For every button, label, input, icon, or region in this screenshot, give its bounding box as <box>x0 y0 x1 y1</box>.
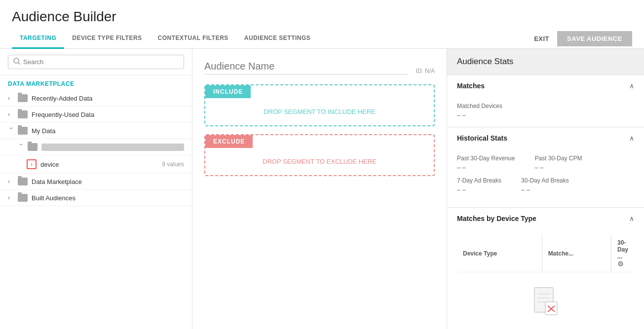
folder-icon <box>18 194 28 202</box>
matches-section-body: Matched Devices – – <box>447 97 644 127</box>
data-marketplace-label: DATA MARKETPLACE <box>0 75 192 90</box>
historical-stats-title: Historical Stats <box>457 134 507 142</box>
chevron-right-icon[interactable]: › <box>8 95 15 102</box>
folder-icon <box>18 127 28 135</box>
tree-item-values: 9 values <box>162 161 184 168</box>
matches-section-title: Matches <box>457 82 485 90</box>
exclude-drop-zone[interactable]: DROP SEGMENT TO EXCLUDE HERE <box>205 148 434 175</box>
past-30-revenue-label: Past 30-Day Revenue <box>457 155 515 162</box>
matches-section: Matches ∧ Matched Devices – – <box>447 75 644 127</box>
tabs-bar: TARGETING DEVICE TYPE FILTERS CONTEXTUAL… <box>0 29 644 49</box>
search-box-container <box>0 49 192 75</box>
past-30-cpm-item: Past 30-Day CPM – – <box>534 155 582 171</box>
search-input[interactable] <box>23 58 179 66</box>
audience-id-label: ID: <box>416 68 423 74</box>
tree-item-label: Data Marketplace <box>32 178 184 185</box>
save-audience-button[interactable]: SAVE AUDIENCE <box>557 31 632 46</box>
matched-devices-value: – – <box>457 111 634 119</box>
tree-item-label: device <box>40 161 162 168</box>
app-header: Audience Builder <box>0 0 644 29</box>
30-day-ad-breaks-item: 30-Day Ad Breaks – – <box>521 177 569 193</box>
tree-item-label: Recently-Added Data <box>32 95 184 102</box>
chevron-up-icon: ∧ <box>629 215 634 222</box>
no-data-icon <box>532 287 559 322</box>
gear-icon[interactable]: ⚙ <box>617 260 624 268</box>
col-header-matches: Matche... <box>542 235 611 272</box>
tab-audience-settings[interactable]: AUDIENCE SETTINGS <box>236 29 319 49</box>
30-day-ad-breaks-label: 30-Day Ad Breaks <box>521 177 569 184</box>
main-layout: DATA MARKETPLACE › Recently-Added Data ›… <box>0 49 644 329</box>
exit-button[interactable]: EXIT <box>526 31 557 46</box>
tree-item-label: Frequently-Used Data <box>32 111 184 118</box>
chevron-down-icon[interactable]: › <box>8 127 15 134</box>
audience-name-row: ID: N/A <box>204 59 435 74</box>
tree-item-label: My Data <box>32 127 184 135</box>
col-header-device-type: Device Type <box>457 235 542 272</box>
folder-icon <box>28 143 38 151</box>
past-30-cpm-value: – – <box>534 164 582 171</box>
matched-devices-item: Matched Devices – – <box>457 103 634 119</box>
historical-stats-section: Historical Stats ∧ Past 30-Day Revenue –… <box>447 127 644 208</box>
tree-list: › Recently-Added Data › Frequently-Used … <box>0 90 192 329</box>
device-type-section-header[interactable]: Matches by Device Type ∧ <box>447 208 644 229</box>
chevron-up-icon: ∧ <box>629 134 634 142</box>
audience-id: ID: N/A <box>416 68 435 74</box>
tab-targeting[interactable]: TARGETING <box>12 29 64 49</box>
past-30-revenue-value: – – <box>457 164 515 171</box>
device-type-section-body: Device Type Matche... 30-Day ... ⚙ <box>447 229 644 329</box>
audience-id-value: N/A <box>425 68 435 74</box>
exclude-box: EXCLUDE DROP SEGMENT TO EXCLUDE HERE <box>204 134 435 176</box>
exclude-label: EXCLUDE <box>205 135 253 148</box>
7-day-ad-breaks-item: 7-Day Ad Breaks – – <box>457 177 501 193</box>
right-panel: Audience Stats Matches ∧ Matched Devices… <box>447 49 644 329</box>
matches-section-header[interactable]: Matches ∧ <box>447 75 644 97</box>
left-panel: DATA MARKETPLACE › Recently-Added Data ›… <box>0 49 192 329</box>
list-item[interactable]: › Frequently-Used Data <box>0 107 192 123</box>
7-day-ad-breaks-value: – – <box>457 186 501 193</box>
audience-name-input[interactable] <box>204 59 408 74</box>
chevron-up-icon: ∧ <box>629 82 634 90</box>
stats-row-2: 7-Day Ad Breaks – – 30-Day Ad Breaks – – <box>457 177 634 193</box>
list-item[interactable]: › Built Audiences <box>0 190 192 206</box>
right-panel-header: Audience Stats <box>447 49 644 75</box>
chevron-right-icon: › <box>31 161 33 167</box>
tree-item-label: BlurredName <box>41 144 184 151</box>
center-panel: ID: N/A INCLUDE DROP SEGMENT TO INCLUDE … <box>192 49 447 329</box>
chevron-right-icon[interactable]: › <box>8 111 15 118</box>
search-icon <box>13 58 20 66</box>
chevron-right-icon[interactable]: › <box>8 178 15 185</box>
device-type-section: Matches by Device Type ∧ Device Type Mat… <box>447 208 644 329</box>
svg-line-1 <box>18 63 20 64</box>
right-panel-title: Audience Stats <box>457 57 513 66</box>
7-day-ad-breaks-label: 7-Day Ad Breaks <box>457 177 501 184</box>
no-data-container: There is no data to display <box>457 272 634 329</box>
tab-contextual-filters[interactable]: CONTEXTUAL FILTERS <box>150 29 236 49</box>
past-30-revenue-item: Past 30-Day Revenue – – <box>457 155 515 171</box>
historical-stats-body: Past 30-Day Revenue – – Past 30-Day CPM … <box>447 149 644 207</box>
tab-device-type-filters[interactable]: DEVICE TYPE FILTERS <box>64 29 150 49</box>
list-item[interactable]: › My Data <box>0 123 192 139</box>
list-item[interactable]: › Data Marketplace <box>0 174 192 190</box>
device-type-table: Device Type Matche... 30-Day ... ⚙ <box>457 235 634 272</box>
expand-button[interactable]: › <box>27 159 37 169</box>
search-input-wrap[interactable] <box>8 55 184 69</box>
folder-icon <box>18 94 28 102</box>
30-day-ad-breaks-value: – – <box>521 186 569 193</box>
stats-row-1: Past 30-Day Revenue – – Past 30-Day CPM … <box>457 155 634 171</box>
app-title: Audience Builder <box>12 9 632 25</box>
matched-devices-label: Matched Devices <box>457 103 634 110</box>
list-item[interactable]: › BlurredName <box>0 139 192 155</box>
device-type-section-title: Matches by Device Type <box>457 215 536 222</box>
include-box: INCLUDE DROP SEGMENT TO INCLUDE HERE <box>204 84 435 126</box>
chevron-right-icon[interactable]: › <box>8 194 15 201</box>
include-drop-zone[interactable]: DROP SEGMENT TO INCLUDE HERE <box>205 98 434 125</box>
historical-stats-section-header[interactable]: Historical Stats ∧ <box>447 127 644 149</box>
col-header-30day: 30-Day ... ⚙ <box>611 235 634 272</box>
folder-icon <box>18 110 28 118</box>
list-item[interactable]: › device 9 values <box>0 155 192 174</box>
past-30-cpm-label: Past 30-Day CPM <box>534 155 582 162</box>
include-label: INCLUDE <box>205 85 251 98</box>
list-item[interactable]: › Recently-Added Data <box>0 90 192 107</box>
folder-icon <box>18 178 28 185</box>
chevron-down-icon[interactable]: › <box>18 144 25 150</box>
